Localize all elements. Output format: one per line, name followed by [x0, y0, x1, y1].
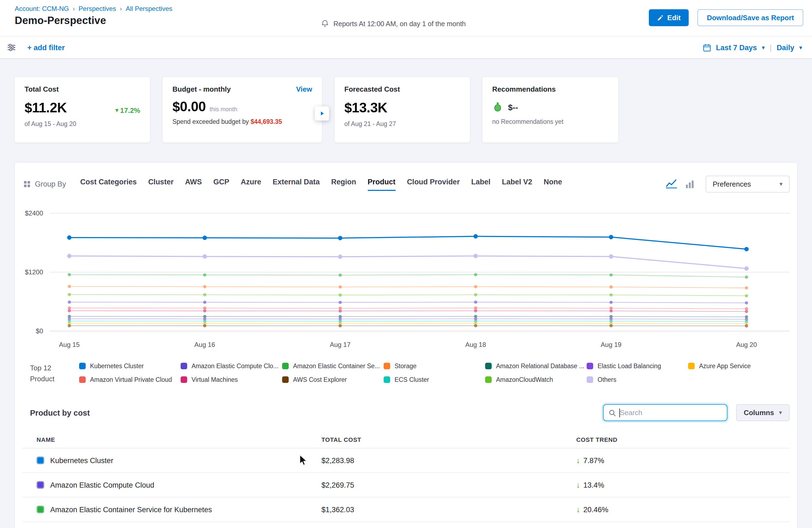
filter-bar: + add filter Last 7 Days ▾ | Daily ▾ [0, 36, 812, 59]
legend-swatch [485, 376, 492, 383]
legend-swatch [586, 376, 593, 383]
legend-item[interactable]: Amazon Elastic Compute Clo... [180, 363, 282, 369]
legend-swatch [282, 376, 289, 383]
recommendations-card: Recommendations $-- no Recommendations y… [482, 76, 619, 143]
legend-item[interactable]: AmazonCloudWatch [485, 376, 586, 383]
legend-item[interactable]: Virtual Machines [180, 376, 282, 383]
total-cost-title: Total Cost [25, 85, 140, 93]
tab-aws[interactable]: AWS [185, 178, 202, 191]
svg-text:Aug 20: Aug 20 [736, 341, 757, 348]
summary-cards: Total Cost $11.2K ▾ 17.2% of Aug 15 - Au… [0, 59, 812, 143]
legend-item[interactable]: Amazon Virtual Private Cloud [79, 376, 180, 383]
preferences-dropdown[interactable]: Preferences ▾ [706, 176, 789, 193]
granularity-dropdown[interactable]: Daily [777, 43, 794, 52]
legend-item[interactable]: ECS Cluster [383, 376, 485, 383]
forecasted-cost-title: Forecasted Cost [344, 85, 460, 93]
legend-label: Virtual Machines [191, 376, 238, 383]
calendar-icon [703, 43, 711, 52]
tab-external-data[interactable]: External Data [273, 178, 320, 191]
trend-down-icon: ↓ [576, 481, 580, 489]
columns-dropdown[interactable]: Columns ▾ [736, 405, 789, 421]
text-cursor [619, 409, 620, 417]
recommendations-value: $-- [508, 102, 518, 112]
legend-label: Azure App Service [699, 363, 751, 369]
legend-swatch [79, 376, 86, 383]
legend-item[interactable]: Amazon Elastic Container Se... [282, 363, 383, 369]
legend-label: Others [597, 376, 617, 383]
budget-exceeded-prefix: Spend exceeded budget by [172, 118, 249, 125]
budget-value: $0.00 [172, 99, 206, 115]
tab-cloud-provider[interactable]: Cloud Provider [407, 178, 460, 191]
download-button-label: Download/Save as Report [707, 14, 794, 22]
breadcrumb-account-link[interactable]: Account: CCM-NG [15, 5, 69, 13]
breadcrumb-perspectives-link[interactable]: Perspectives [78, 5, 116, 13]
row-name: Amazon Elastic Compute Cloud [50, 481, 154, 489]
legend-swatch [688, 363, 695, 369]
legend-item[interactable]: Others [586, 376, 688, 383]
product-cost-table: NAME TOTAL COST COST TREND Kubernetes Cl… [23, 431, 789, 522]
legend-swatch [79, 363, 86, 369]
legend-swatch [485, 363, 492, 369]
svg-text:$2400: $2400 [25, 209, 43, 217]
legend-item[interactable]: Elastic Load Balancing [586, 363, 688, 369]
tab-label[interactable]: Label [471, 178, 491, 191]
tab-region[interactable]: Region [331, 178, 356, 191]
money-bag-icon [492, 101, 503, 112]
table-row[interactable]: Kubernetes Cluster$2,283.98↓7.87% [23, 449, 789, 473]
total-cost-card: Total Cost $11.2K ▾ 17.2% of Aug 15 - Au… [14, 76, 150, 143]
row-color-swatch [37, 506, 44, 514]
bar-chart-toggle[interactable] [685, 180, 694, 189]
cost-trend-chart[interactable]: $0$1200$2400Aug 15Aug 16Aug 17Aug 18Aug … [23, 203, 789, 352]
budget-progress-bar [165, 135, 320, 139]
row-cost-trend: 13.4% [583, 481, 604, 489]
tab-azure[interactable]: Azure [241, 178, 261, 191]
triangle-down-icon: ▾ [115, 106, 118, 114]
recommendations-title: Recommendations [492, 85, 608, 93]
search-input-field[interactable] [620, 409, 722, 417]
tab-cluster[interactable]: Cluster [148, 178, 174, 191]
edit-button[interactable]: Edit [649, 9, 689, 26]
download-save-report-button[interactable]: Download/Save as Report [698, 9, 803, 26]
tab-cost-categories[interactable]: Cost Categories [80, 178, 137, 191]
row-cost-trend: 7.87% [583, 457, 604, 465]
legend-label: Amazon Elastic Compute Clo... [191, 363, 278, 369]
budget-view-link[interactable]: View [296, 85, 312, 93]
add-filter-button[interactable]: + add filter [27, 43, 65, 52]
search-input[interactable] [603, 405, 727, 421]
legend-item[interactable]: Kubernetes Cluster [79, 363, 180, 369]
svg-text:Aug 18: Aug 18 [465, 341, 486, 348]
tab-label-v2[interactable]: Label V2 [502, 178, 532, 191]
legend-label: Kubernetes Cluster [90, 363, 144, 369]
legend-label: Elastic Load Balancing [597, 363, 661, 369]
legend-label: Amazon Virtual Private Cloud [90, 376, 172, 383]
total-cost-value: $11.2K [25, 100, 67, 116]
tab-gcp[interactable]: GCP [213, 178, 230, 191]
table-row[interactable]: Amazon Elastic Container Service for Kub… [23, 498, 789, 522]
tab-product[interactable]: Product [367, 178, 395, 191]
legend-swatch [586, 363, 593, 369]
date-range-dropdown[interactable]: Last 7 Days [716, 43, 757, 52]
line-chart-toggle[interactable] [666, 179, 677, 189]
filter-settings-icon[interactable] [6, 43, 16, 53]
svg-text:Aug 15: Aug 15 [59, 341, 80, 348]
table-row[interactable]: Amazon Elastic Compute Cloud$2,269.75↓13… [23, 473, 789, 498]
breadcrumb-all-perspectives-link[interactable]: All Perspectives [126, 5, 172, 13]
legend-item[interactable]: Storage [383, 363, 485, 369]
legend-label: ECS Cluster [394, 376, 429, 383]
tab-none[interactable]: None [544, 178, 562, 191]
row-name: Amazon Elastic Container Service for Kub… [50, 505, 212, 514]
legend-title-line1: Top 12 [30, 363, 79, 373]
legend-label: Amazon Relational Database ... [496, 363, 584, 369]
budget-exceeded-text: Spend exceeded budget by $44,693.35 [172, 118, 312, 125]
budget-period: this month [209, 106, 237, 112]
trend-down-icon: ↓ [576, 456, 580, 465]
svg-text:$0: $0 [36, 327, 43, 335]
legend-label: Storage [394, 363, 417, 369]
column-header-total-cost: TOTAL COST [321, 436, 576, 443]
legend-item[interactable]: Azure App Service [688, 363, 789, 369]
legend-item[interactable]: AWS Cost Explorer [282, 376, 383, 383]
chevron-down-icon: ▾ [779, 409, 782, 416]
preferences-label: Preferences [713, 180, 751, 188]
budget-expand-button[interactable] [315, 106, 329, 120]
legend-item[interactable]: Amazon Relational Database ... [485, 363, 586, 369]
